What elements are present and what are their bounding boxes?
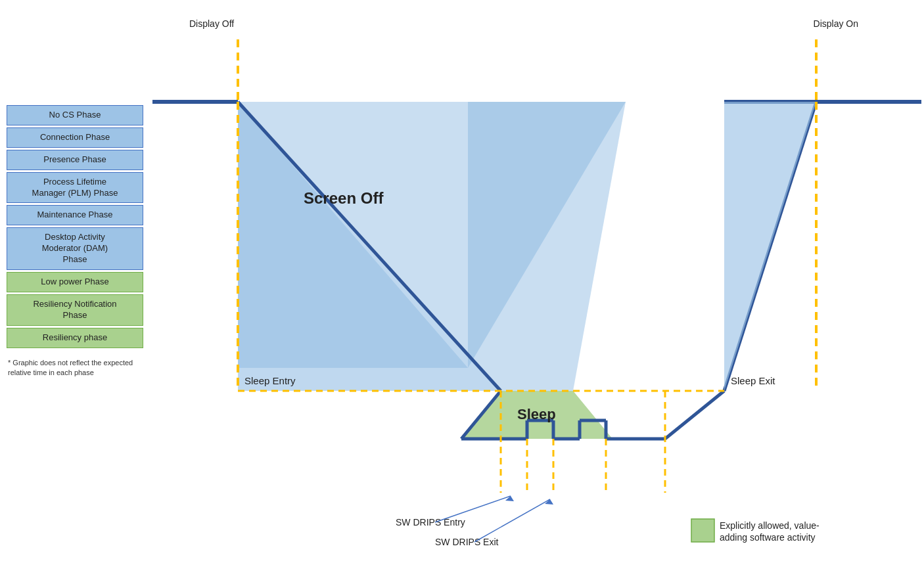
diagram-area: Display Off Display On: [150, 0, 924, 584]
svg-text:Explicitly allowed, value-: Explicitly allowed, value-: [720, 520, 820, 531]
phase-presence: Presence Phase: [7, 150, 143, 170]
svg-text:SW DRIPS Exit: SW DRIPS Exit: [435, 537, 499, 547]
phase-resiliency: Resiliency phase: [7, 328, 143, 348]
phase-maintenance: Maintenance Phase: [7, 205, 143, 225]
phase-low-power: Low power Phase: [7, 272, 143, 292]
svg-text:Sleep: Sleep: [517, 406, 556, 422]
phase-no-cs: No CS Phase: [7, 105, 143, 125]
main-container: No CS Phase Connection Phase Presence Ph…: [0, 0, 924, 584]
footnote: * Graphic does not reflect the expected …: [7, 358, 143, 378]
svg-text:SW DRIPS Entry: SW DRIPS Entry: [396, 517, 465, 528]
phase-dam: Desktop ActivityModerator (DAM)Phase: [7, 227, 143, 270]
svg-text:Screen Off: Screen Off: [304, 189, 384, 207]
svg-marker-20: [724, 102, 816, 391]
svg-line-39: [474, 499, 550, 542]
svg-text:adding software activity: adding software activity: [720, 532, 816, 543]
diagram-svg: Screen Off Sleep Sleep Entry Sleep Exit …: [150, 0, 924, 584]
phase-connection: Connection Phase: [7, 127, 143, 148]
svg-rect-41: [691, 519, 714, 542]
svg-line-36: [435, 496, 511, 522]
phase-sidebar: No CS Phase Connection Phase Presence Ph…: [0, 92, 150, 584]
phase-resiliency-notification: Resiliency NotificationPhase: [7, 294, 143, 326]
phase-plm: Process LifetimeManager (PLM) Phase: [7, 172, 143, 204]
svg-text:Sleep Entry: Sleep Entry: [244, 375, 296, 386]
svg-text:Sleep Exit: Sleep Exit: [731, 375, 775, 386]
svg-line-18: [665, 391, 724, 439]
